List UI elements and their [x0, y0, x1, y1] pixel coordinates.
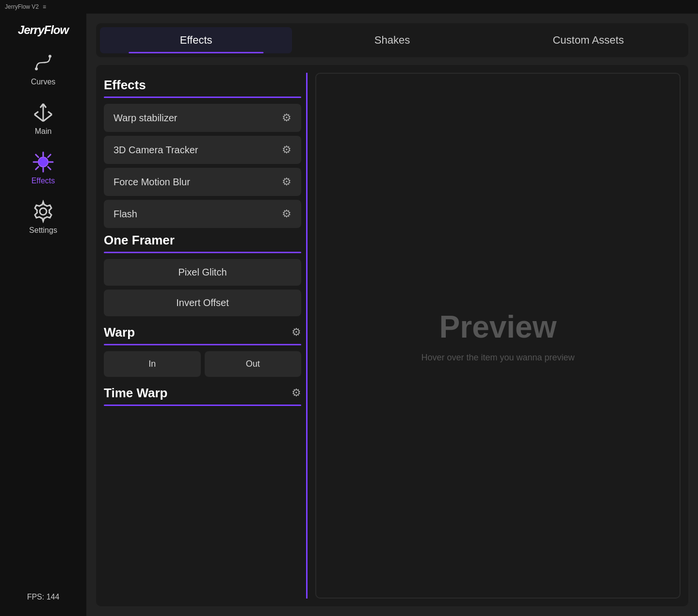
panel-area: Effects Warp stabilizer ⚙ 3D Camera Trac…	[96, 65, 688, 606]
app-title: JerryFlow V2	[5, 3, 39, 10]
gear-icon[interactable]: ⚙	[282, 176, 292, 188]
effect-name: Warp stabilizer	[114, 113, 178, 124]
warp-section-divider	[104, 344, 301, 345]
gear-icon[interactable]: ⚙	[282, 112, 292, 124]
preview-title: Preview	[439, 309, 557, 345]
curves-icon	[32, 51, 55, 75]
effects-section-divider	[104, 97, 301, 98]
effects-list: Effects Warp stabilizer ⚙ 3D Camera Trac…	[104, 73, 308, 599]
time-warp-gear-icon[interactable]: ⚙	[292, 387, 301, 399]
sidebar-item-effects[interactable]: Effects	[0, 146, 86, 190]
list-item[interactable]: Force Motion Blur ⚙	[104, 168, 301, 196]
effects-section-header: Effects	[104, 78, 301, 93]
gear-icon[interactable]: ⚙	[282, 208, 292, 220]
sidebar-item-main-label: Main	[35, 127, 52, 136]
sidebar: JerryFlow Curves Main	[0, 14, 86, 616]
tab-custom-assets[interactable]: Custom Assets	[492, 27, 684, 53]
effect-name: Flash	[114, 209, 137, 220]
list-item[interactable]: 3D Camera Tracker ⚙	[104, 136, 301, 164]
svg-point-18	[40, 208, 47, 215]
svg-line-5	[34, 114, 43, 121]
list-item[interactable]: Pixel Glitch	[104, 259, 301, 286]
list-item[interactable]: Invert Offset	[104, 290, 301, 316]
sidebar-logo: JerryFlow	[18, 23, 68, 37]
effect-name: Pixel Glitch	[178, 267, 227, 277]
svg-line-6	[43, 114, 52, 121]
sidebar-item-effects-label: Effects	[32, 177, 55, 185]
effect-name: 3D Camera Tracker	[114, 145, 198, 156]
preview-panel: Preview Hover over the item you wanna pr…	[315, 73, 681, 599]
warp-buttons: In Out	[104, 351, 301, 377]
warp-in-button[interactable]: In	[104, 351, 201, 377]
preview-subtitle: Hover over the item you wanna preview	[421, 353, 574, 363]
list-item[interactable]: Flash ⚙	[104, 200, 301, 228]
tab-effects[interactable]: Effects	[100, 27, 292, 53]
menu-icon[interactable]: ≡	[43, 3, 46, 10]
time-warp-section-header: Time Warp	[104, 386, 167, 401]
svg-line-16	[48, 155, 51, 158]
one-framer-section-divider	[104, 252, 301, 253]
sidebar-item-curves-label: Curves	[31, 78, 56, 86]
warp-section-header: Warp	[104, 325, 135, 340]
effect-name: Invert Offset	[176, 297, 229, 308]
sidebar-item-settings[interactable]: Settings	[0, 195, 86, 240]
one-framer-section-header: One Framer	[104, 233, 301, 248]
sidebar-item-main[interactable]: Main	[0, 96, 86, 141]
list-item[interactable]: Warp stabilizer ⚙	[104, 104, 301, 132]
titlebar: JerryFlow V2 ≡	[0, 0, 698, 14]
warp-section-header-row: Warp ⚙	[104, 320, 301, 344]
svg-line-14	[36, 155, 39, 158]
svg-line-8	[48, 112, 52, 114]
tabs-row: Effects Shakes Custom Assets	[96, 23, 688, 57]
tab-shakes[interactable]: Shakes	[296, 27, 488, 53]
sidebar-item-settings-label: Settings	[29, 226, 57, 235]
gear-icon[interactable]: ⚙	[282, 144, 292, 156]
main-icon	[32, 101, 55, 124]
svg-line-17	[36, 167, 39, 170]
effect-name: Force Motion Blur	[114, 177, 190, 188]
main-content: Effects Shakes Custom Assets Effects War…	[86, 14, 698, 616]
fps-display: FPS: 144	[22, 588, 65, 606]
sidebar-item-curves[interactable]: Curves	[0, 47, 86, 91]
time-warp-section-divider	[104, 405, 301, 406]
effects-icon	[32, 150, 55, 174]
warp-gear-icon[interactable]: ⚙	[292, 326, 301, 339]
svg-line-7	[34, 112, 38, 114]
warp-out-button[interactable]: Out	[205, 351, 302, 377]
svg-line-15	[48, 167, 51, 170]
svg-point-9	[38, 157, 48, 167]
time-warp-section-header-row: Time Warp ⚙	[104, 381, 301, 405]
app-layout: JerryFlow Curves Main	[0, 14, 698, 616]
settings-icon	[32, 200, 55, 223]
